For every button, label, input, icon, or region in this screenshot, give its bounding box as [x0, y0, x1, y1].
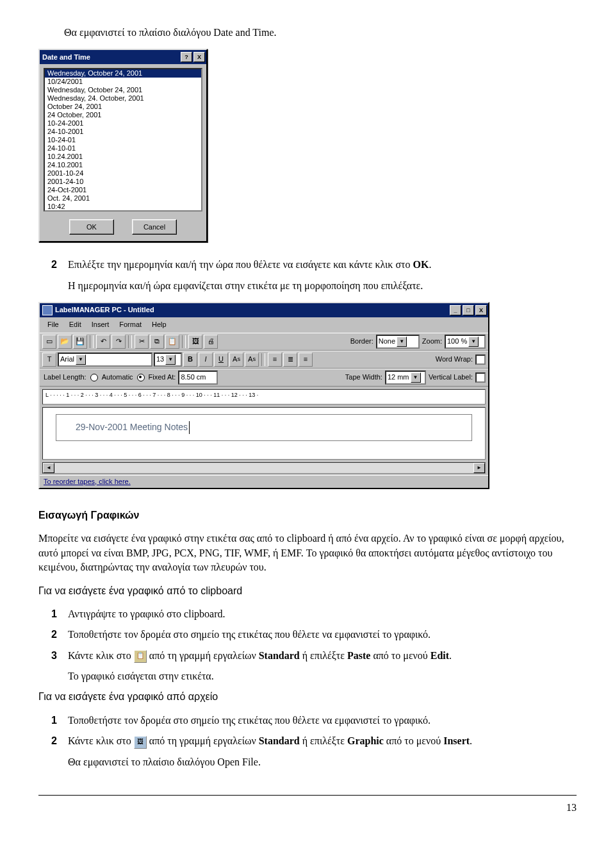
step-number: 2 [51, 734, 68, 769]
text: από τη γραμμή εργαλείων [147, 650, 259, 661]
scroll-left-icon[interactable]: ◄ [43, 463, 54, 473]
bold-icon[interactable]: B [183, 353, 197, 367]
step-text: Κάντε κλικ στο 🖼 από τη γραμμή εργαλείων… [68, 734, 577, 769]
section-body: Μπορείτε να εισάγετε ένα γραφικό στην ετ… [38, 531, 577, 574]
term: Standard [259, 735, 300, 746]
text: . [429, 259, 431, 270]
chevron-down-icon: ▼ [468, 337, 479, 347]
text: ή επιλέξτε [300, 650, 347, 661]
step-text: Αντιγράψτε το γραφικό στο clipboard. [68, 607, 577, 621]
copy-icon[interactable]: ⧉ [150, 335, 164, 349]
menu-insert[interactable]: Insert [88, 319, 113, 331]
menu-format[interactable]: Format [115, 319, 145, 331]
font-icon[interactable]: T [42, 353, 56, 367]
menu-file[interactable]: File [44, 319, 63, 331]
list-item[interactable]: 10.24.2001 [45, 153, 201, 161]
menu-help[interactable]: Help [148, 319, 170, 331]
close-button[interactable]: X [193, 52, 205, 62]
text: . [449, 650, 452, 661]
term: Standard [259, 650, 300, 661]
wordwrap-check[interactable] [475, 355, 486, 365]
fixed-input[interactable]: 8.50 cm [178, 371, 218, 385]
save-icon[interactable]: 💾 [73, 335, 87, 349]
text: Επιλέξτε την ημερομηνία και/ή την ώρα πο… [68, 259, 413, 270]
footer-rule [38, 795, 577, 796]
redo-icon[interactable]: ↷ [111, 335, 126, 349]
zoom-combo[interactable]: 100 %▼ [445, 335, 486, 349]
tape-label: Tape Width: [344, 372, 384, 382]
align-right-icon[interactable]: ≡ [299, 353, 313, 367]
list-item[interactable]: 24.10.2001 [45, 161, 201, 169]
date-format-list[interactable]: Wednesday, October 24, 2001 10/24/2001 W… [44, 68, 202, 212]
ok-button[interactable]: OK [69, 219, 114, 235]
list-item[interactable]: Wednesday, October 24, 2001 [45, 86, 201, 94]
new-icon[interactable]: ▭ [42, 335, 56, 349]
fixed-radio[interactable] [137, 374, 145, 381]
list-item[interactable]: October 24, 2001 [45, 103, 201, 111]
chevron-down-icon: ▼ [76, 355, 86, 365]
print-icon[interactable]: 🖨 [204, 335, 218, 349]
list-item[interactable]: 10:42:42 [45, 211, 201, 212]
list-item[interactable]: Wednesday, October 24, 2001 [45, 69, 201, 78]
superscript-icon[interactable]: As [229, 353, 243, 367]
help-button[interactable]: ? [181, 52, 192, 62]
subscript-icon[interactable]: As [245, 353, 259, 367]
step-result: Το γραφικό εισάγεται στην ετικέτα. [68, 669, 577, 683]
date-time-dialog: Date and Time ? X Wednesday, October 24,… [38, 49, 208, 242]
label-strip: 29-Nov-2001 Meeting Notes [56, 414, 472, 441]
border-combo[interactable]: None▼ [376, 335, 420, 349]
chevron-down-icon: ▼ [411, 372, 421, 383]
list-item[interactable]: 2001-24-10 [45, 178, 201, 186]
list-item[interactable]: 10:42 [45, 203, 201, 211]
text: από το μενού [384, 735, 443, 746]
graphic-icon[interactable]: 🖼 [188, 335, 202, 349]
size-combo[interactable]: 13▼ [154, 353, 182, 367]
zoom-label: Zoom: [421, 337, 443, 346]
undo-icon[interactable]: ↶ [96, 335, 110, 349]
text: από το μενού [370, 650, 430, 661]
label-canvas[interactable]: 29-Nov-2001 Meeting Notes [42, 407, 486, 460]
close-button[interactable]: X [475, 305, 487, 315]
fixed-value: 8.50 cm [181, 372, 206, 382]
chevron-down-icon: ▼ [165, 355, 176, 365]
app-icon [42, 305, 53, 315]
paste-icon[interactable]: 📋 [165, 335, 179, 349]
horizontal-scrollbar[interactable]: ◄ ► [42, 462, 486, 474]
list-item[interactable]: 10/24/2001 [45, 78, 201, 86]
text: από τη γραμμή εργαλείων [147, 735, 259, 746]
intro-text: Θα εμφανιστεί το πλαίσιο διαλόγου Date a… [64, 26, 577, 40]
minimize-button[interactable]: _ [450, 305, 461, 315]
list-item[interactable]: 24 October, 2001 [45, 111, 201, 119]
list-item[interactable]: 10-24-01 [45, 136, 201, 144]
fixed-label: Fixed At: [147, 372, 177, 382]
term: Graphic [347, 735, 384, 746]
underline-icon[interactable]: U [214, 353, 228, 367]
text-cursor [189, 421, 190, 434]
open-icon[interactable]: 📂 [58, 335, 72, 349]
tape-combo[interactable]: 12 mm▼ [385, 371, 426, 385]
dialog-title: Date and Time [42, 53, 90, 62]
list-item[interactable]: Wednesday, 24. October, 2001 [45, 94, 201, 103]
vertical-check[interactable] [475, 372, 486, 383]
menu-edit[interactable]: Edit [65, 319, 85, 331]
maximize-button[interactable]: □ [463, 305, 474, 315]
step-number: 1 [51, 714, 68, 728]
status-bar[interactable]: To reorder tapes, click here. [40, 475, 488, 488]
font-combo[interactable]: Arial▼ [58, 353, 152, 367]
paste-icon: 📋 [134, 650, 147, 663]
list-item[interactable]: 24-10-2001 [45, 128, 201, 136]
align-left-icon[interactable]: ≡ [268, 353, 282, 367]
scroll-right-icon[interactable]: ► [473, 463, 485, 473]
list-item[interactable]: 10-24-2001 [45, 119, 201, 128]
list-item[interactable]: 24-Oct-2001 [45, 186, 201, 194]
clipboard-heading: Για να εισάγετε ένα γραφικό από το clipb… [38, 584, 577, 598]
chevron-down-icon: ▼ [397, 337, 407, 347]
auto-radio[interactable] [90, 374, 98, 381]
list-item[interactable]: Oct. 24, 2001 [45, 194, 201, 203]
italic-icon[interactable]: I [199, 353, 213, 367]
cut-icon[interactable]: ✂ [135, 335, 149, 349]
list-item[interactable]: 24-10-01 [45, 144, 201, 153]
list-item[interactable]: 2001-10-24 [45, 169, 201, 178]
cancel-button[interactable]: Cancel [132, 219, 177, 235]
align-center-icon[interactable]: ≣ [283, 353, 297, 367]
